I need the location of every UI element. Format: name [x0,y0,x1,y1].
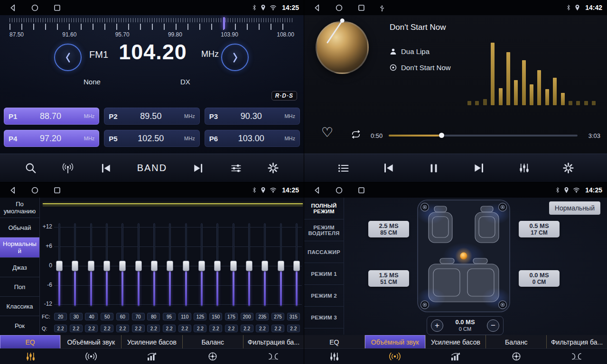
surround-tab-icon-cell[interactable] [365,349,426,364]
eq-band-slider-16[interactable] [293,223,300,307]
back-icon[interactable] [313,4,321,12]
eq-band-slider-9[interactable] [183,223,189,307]
eq-band-slider-1[interactable] [56,223,63,307]
equalizer-button[interactable] [518,162,530,174]
eq-preset-normal[interactable]: Нормальный [0,237,39,258]
tab-balance[interactable]: Баланс [183,335,243,349]
settings-button[interactable] [267,162,279,174]
balance-tab-icon-cell[interactable] [486,349,547,364]
decrease-delay-button[interactable]: − [487,319,499,332]
radio-preset-p5[interactable]: P5 102.50 MHz [104,130,199,147]
tab-eq[interactable]: EQ [304,335,365,349]
mode-3[interactable]: РЕЖИМ 3 [304,307,344,328]
recents-icon[interactable] [53,4,61,12]
slider-knob[interactable] [56,261,63,271]
bass-tab-icon-cell[interactable] [425,349,486,364]
slider-knob[interactable] [103,261,110,271]
recents-icon[interactable] [53,186,61,194]
tab-surround[interactable]: Объёмный звук [365,335,426,349]
slider-knob[interactable] [278,261,284,271]
slider-knob[interactable] [246,261,252,271]
eq-band-slider-6[interactable] [135,223,142,307]
scan-search-button[interactable] [25,162,37,174]
tune-down-button[interactable] [54,44,82,71]
frequency-scale[interactable]: 87.50 91.60 95.70 99.80 103.90 108.00 [9,17,294,39]
tune-up-button[interactable] [221,44,249,71]
mode-driver[interactable]: РЕЖИМ ВОДИТЕЛЯ [304,219,344,241]
tab-bass-boost[interactable]: Усиление басов [121,335,182,349]
radio-preset-p6[interactable]: P6 103.00 MHz [205,130,300,147]
eq-band-slider-3[interactable] [88,223,94,307]
eq-band-slider-7[interactable] [151,223,158,307]
eq-preset-default[interactable]: По умолчанию [0,198,39,218]
eq-band-slider-11[interactable] [214,223,221,307]
tab-surround[interactable]: Объёмный звук [61,335,121,349]
progress-bar[interactable] [389,135,578,136]
back-icon[interactable] [9,186,17,194]
slider-knob[interactable] [293,261,300,271]
progress-knob[interactable] [439,133,444,138]
tab-filter[interactable]: Фильтрация ба... [547,335,607,349]
radio-preset-p4[interactable]: P4 97.20 MHz [4,130,99,147]
eq-preset-classic[interactable]: Классика [0,297,39,316]
tab-balance[interactable]: Баланс [486,335,547,349]
mode-passenger[interactable]: ПАССАЖИР [304,241,344,263]
slider-knob[interactable] [198,261,205,271]
slider-knob[interactable] [230,261,237,271]
slider-knob[interactable] [135,261,142,271]
home-icon[interactable] [31,4,39,12]
slider-knob[interactable] [88,261,94,271]
seek-previous-button[interactable] [100,163,112,173]
filter-tab-icon-cell[interactable] [243,349,304,364]
eq-band-slider-4[interactable] [103,223,110,307]
next-track-button[interactable] [472,163,486,173]
favorite-button[interactable]: ♡ [321,126,333,139]
increase-delay-button[interactable]: + [431,319,443,332]
slider-knob[interactable] [151,261,158,271]
mode-2[interactable]: РЕЖИМ 2 [304,285,344,307]
audio-settings-button[interactable] [230,163,243,173]
eq-preset-jazz[interactable]: Джаз [0,258,39,277]
eq-preset-custom[interactable]: Обычай [0,218,39,237]
slider-knob[interactable] [72,261,78,271]
eq-band-slider-15[interactable] [278,223,284,307]
tab-eq[interactable]: EQ [0,335,61,349]
broadcast-button[interactable] [61,163,75,174]
balance-tab-icon-cell[interactable] [182,349,243,364]
eq-band-slider-2[interactable] [72,223,78,307]
home-icon[interactable] [31,186,39,194]
radio-preset-p2[interactable]: P2 89.50 MHz [104,108,199,125]
radio-preset-p3[interactable]: P3 90.30 MHz [205,108,300,125]
slider-knob[interactable] [119,261,126,271]
repeat-button[interactable] [349,130,363,139]
eq-preset-pop[interactable]: Поп [0,277,39,297]
mode-1[interactable]: РЕЖИМ 1 [304,263,344,285]
mode-full[interactable]: ПОЛНЫЙ РЕЖИМ [304,198,344,219]
previous-track-button[interactable] [382,163,395,173]
recents-icon[interactable] [357,186,365,194]
surround-tab-icon-cell[interactable] [61,349,121,364]
band-button[interactable]: BAND [137,163,168,173]
eq-band-slider-12[interactable] [230,223,237,307]
slider-knob[interactable] [183,261,189,271]
radio-preset-p1[interactable]: P1 88.70 MHz [4,108,99,125]
pause-button[interactable] [428,163,439,174]
eq-preset-rock[interactable]: Рок [0,316,39,335]
eq-band-slider-10[interactable] [198,223,205,307]
listening-position-marker[interactable] [460,253,467,260]
eq-band-slider-8[interactable] [167,223,173,307]
settings-button[interactable] [562,162,574,174]
filter-tab-icon-cell[interactable] [546,349,607,364]
slider-knob[interactable] [214,261,221,271]
back-icon[interactable] [9,4,17,12]
eq-band-slider-13[interactable] [246,223,252,307]
slider-knob[interactable] [167,261,173,271]
eq-band-slider-14[interactable] [261,223,268,307]
tab-filter[interactable]: Фильтрация ба... [243,335,304,349]
home-icon[interactable] [335,4,343,12]
back-icon[interactable] [313,186,321,194]
tab-bass-boost[interactable]: Усиление басов [426,335,486,349]
stage-preset-button[interactable]: Нормальный [549,201,600,215]
playlist-button[interactable] [337,163,350,173]
home-icon[interactable] [335,186,343,194]
